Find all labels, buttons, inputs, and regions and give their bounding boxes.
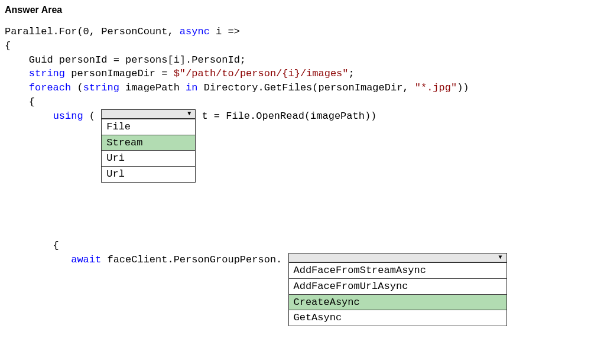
dropdown-list: FileStreamUriUrl <box>101 119 196 183</box>
keyword-string: string <box>83 82 119 93</box>
keyword-in: in <box>186 82 197 93</box>
code-text: Parallel.For(0, PersonCount, <box>5 26 180 37</box>
dropdown-option[interactable]: CreateAsync <box>289 294 506 310</box>
keyword-using: using <box>53 110 83 122</box>
keyword-async: async <box>180 26 210 37</box>
dropdown-option[interactable]: AddFaceFromStreamAsync <box>289 262 506 278</box>
dropdown-type-select[interactable]: ▼FileStreamUriUrl <box>101 109 196 183</box>
string-literal: $"/path/to/person/{i}/images" <box>174 68 349 79</box>
code-text: { <box>5 40 11 51</box>
dropdown-selected-value <box>102 110 183 118</box>
code-text: faceClient.PersonGroupPerson. <box>101 254 288 265</box>
code-text: Directory.GetFiles(personImageDir, <box>197 82 414 93</box>
dropdown-option[interactable]: Uri <box>102 150 195 166</box>
code-area: Parallel.For(0, PersonCount, async i => … <box>5 25 586 364</box>
code-text: i => <box>210 26 240 37</box>
dropdown-selected-value <box>289 254 495 262</box>
code-text: )) <box>457 82 469 93</box>
dropdown-option[interactable]: GetAsync <box>289 310 506 326</box>
answer-area-header: Answer Area <box>5 5 586 15</box>
code-text: { <box>5 96 35 108</box>
dropdown-list: AddFaceFromStreamAsyncAddFaceFromUrlAsyn… <box>288 262 507 326</box>
keyword-foreach: foreach <box>29 82 71 93</box>
code-text <box>5 254 71 265</box>
string-literal: "*.jpg" <box>415 82 457 93</box>
keyword-await: await <box>71 254 101 265</box>
keyword-string: string <box>29 68 65 79</box>
code-text: personImageDir = <box>65 68 174 79</box>
chevron-down-icon: ▼ <box>495 254 506 262</box>
dropdown-option[interactable]: AddFaceFromUrlAsync <box>289 278 506 294</box>
code-text: ; <box>349 68 355 79</box>
dropdown-method-select[interactable]: ▼AddFaceFromStreamAsyncAddFaceFromUrlAsy… <box>288 253 507 326</box>
code-text <box>5 68 29 79</box>
code-text: ( <box>83 110 102 122</box>
code-text: imagePath <box>119 82 186 93</box>
dropdown-option[interactable]: File <box>102 119 195 135</box>
code-text: Guid personId = persons[i].PersonId; <box>5 54 246 66</box>
code-text: t = File.OpenRead(imagePath)) <box>196 110 376 122</box>
dropdown-option[interactable]: Url <box>102 166 195 182</box>
code-text <box>5 82 29 93</box>
dropdown-option[interactable]: Stream <box>102 135 195 151</box>
code-text <box>5 110 53 122</box>
code-text: ( <box>71 82 83 93</box>
chevron-down-icon: ▼ <box>183 110 195 118</box>
code-text: { <box>5 240 59 251</box>
